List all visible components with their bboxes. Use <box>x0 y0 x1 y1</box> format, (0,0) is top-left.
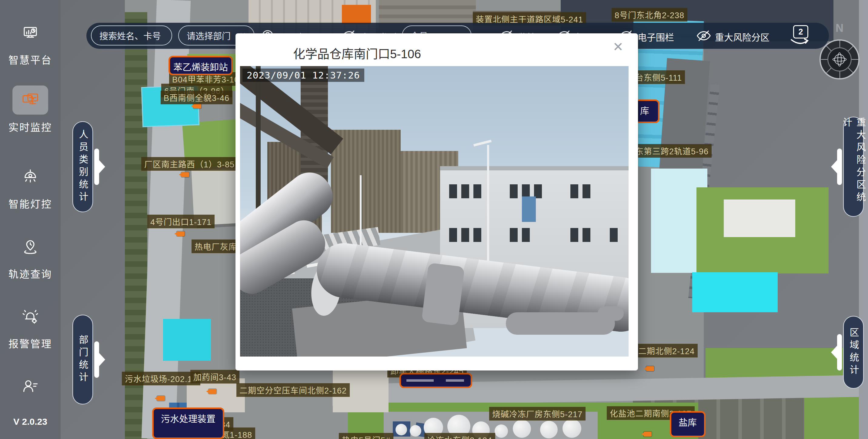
stat-panel-label: 重大风险分区统计 <box>840 117 867 216</box>
toggle-label: 电子围栏 <box>638 30 674 43</box>
camera-label[interactable]: B西南侧全貌3-46 <box>161 91 232 104</box>
camera-label[interactable]: 热电厂灰库 <box>191 239 240 253</box>
sidebar-item-icon <box>12 162 48 191</box>
video-timestamp: 2023/09/01 12:37:26 <box>243 68 364 82</box>
sidebar-item-icon <box>12 372 48 401</box>
panel-expand-arrow-icon[interactable] <box>94 149 99 185</box>
map-tooltip[interactable]: 盐库 <box>670 411 706 437</box>
street-lamp <box>487 145 489 272</box>
building-door <box>522 197 536 222</box>
map-tooltip-label: 库 <box>640 104 649 117</box>
toggle-label: 重大风险分区 <box>715 30 770 43</box>
camera-label[interactable]: 二期北侧2-124 <box>635 344 698 357</box>
map-tooltip[interactable]: 污水处理装置 <box>152 407 224 439</box>
map-tooltip[interactable]: 苯乙烯装卸站 <box>168 56 233 75</box>
pipe-joint <box>422 263 465 326</box>
sidebar-item-icon <box>12 232 48 261</box>
sidebar-item[interactable]: 智慧平台 <box>0 18 61 67</box>
map-tooltip-label: 苯乙烯装卸站 <box>173 60 228 73</box>
sidebar-item[interactable]: 实时监控 <box>0 86 61 134</box>
camera-label[interactable]: 烧碱冷冻厂房东侧5-217 <box>489 407 586 420</box>
panel-expand-arrow-icon[interactable] <box>837 334 842 371</box>
camera-video-frame: 2023/09/01 12:37:26 <box>240 66 628 356</box>
plant-structure <box>331 130 401 233</box>
camera-label[interactable]: 东第三跨2轨道5-96 <box>632 144 712 158</box>
map-tooltip[interactable] <box>399 373 472 388</box>
sidebar: 智慧平台 实时监控 智能灯控 轨迹查询 报警管理 V 2.0.23 <box>0 0 61 439</box>
app-version: V 2.0.23 <box>0 416 61 427</box>
stat-panel-toggle[interactable]: 重大风险分区统计 <box>843 117 864 217</box>
steel-pole <box>256 66 261 224</box>
camera-label[interactable]: 8号门东北角2-238 <box>612 8 687 22</box>
view-switch-button[interactable]: 2 <box>789 25 812 48</box>
camera-label[interactable]: 加药间3-43 <box>190 370 240 383</box>
stat-panel-label: 部门统计 <box>76 335 90 384</box>
stat-panel-toggle[interactable]: 人员类别统计 <box>72 121 93 212</box>
sidebar-item-label: 实时监控 <box>8 119 52 134</box>
map-tooltip-label: 盐库 <box>679 415 697 429</box>
sidebar-item[interactable]: 轨迹查询 <box>0 232 61 281</box>
camera-label[interactable]: 二期空分空压车间北侧2-162 <box>237 383 350 397</box>
map-tooltip-label: 污水处理装置 <box>161 411 216 425</box>
sidebar-item-label: 轨迹查询 <box>8 266 52 281</box>
gyroscope-icon <box>831 51 848 68</box>
stat-panel-label: 人员类别统计 <box>76 129 90 204</box>
view-switch-badge: 2 <box>793 25 808 38</box>
camera-label[interactable]: 厂区南主路西（1）3-85 <box>141 157 238 171</box>
camera-label[interactable]: 冷冻水东侧2-134 <box>424 433 495 439</box>
sidebar-item-icon <box>12 302 48 331</box>
sidebar-item-label: 报警管理 <box>8 336 52 350</box>
close-icon[interactable]: ✕ <box>613 40 623 53</box>
sidebar-item[interactable] <box>0 372 61 406</box>
camera-label[interactable]: 4号门出口1-171 <box>147 215 215 228</box>
camera-label[interactable]: 热电5号门5# <box>339 433 393 439</box>
panel-expand-arrow-icon[interactable] <box>837 149 842 185</box>
stat-panel-label: 区域统计 <box>847 327 861 377</box>
dialog-title: 化学品仓库南门口5-106 <box>293 44 421 62</box>
stat-panel-toggle[interactable]: 区域统计 <box>843 316 864 389</box>
eye-slash-icon <box>695 28 712 44</box>
street-lamp <box>360 175 362 254</box>
sidebar-item-icon <box>12 86 48 115</box>
rotate-arrow-icon <box>789 38 811 47</box>
app-root: B04甲苯非芳3-106号门南（3-96）B西南侧全貌3-46厂区南主路西（1）… <box>0 0 868 439</box>
sidebar-item[interactable]: 报警管理 <box>0 302 61 350</box>
camera-label[interactable]: 污水垃圾场-202.13 <box>122 372 200 385</box>
sidebar-item[interactable]: 智能灯控 <box>0 162 61 211</box>
stat-panel-toggle[interactable]: 部门统计 <box>72 315 93 404</box>
sidebar-item-label: 智慧平台 <box>8 52 52 67</box>
sidebar-item-label: 智能灯控 <box>8 196 52 211</box>
panel-expand-arrow-icon[interactable] <box>94 341 99 378</box>
redaction-blob <box>598 306 624 321</box>
camera-dialog: 化学品仓库南门口5-106 ✕ <box>236 33 638 371</box>
sidebar-item-icon <box>12 18 48 47</box>
